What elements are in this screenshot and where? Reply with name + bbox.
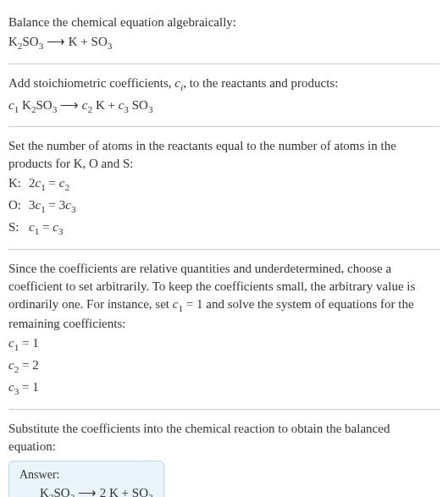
val: = 2: [19, 358, 38, 372]
intro-text: Balance the chemical equation algebraica…: [8, 14, 440, 31]
divider: [8, 409, 440, 410]
elem-label: O:: [8, 196, 29, 214]
val: = 1: [19, 336, 38, 350]
sub: 3: [148, 104, 153, 114]
atom-eq-o: O: 3c1 = 3c3: [8, 196, 440, 217]
species: K: [19, 98, 31, 112]
species: 2 K + SO: [100, 486, 148, 498]
intro-equation: K2SO3 ⟶ K + SO3: [8, 33, 440, 53]
coef: c: [82, 98, 88, 112]
species: SO: [53, 486, 69, 498]
step2-text: Set the number of atoms in the reactants…: [8, 137, 440, 173]
eq: =: [39, 220, 53, 234]
answer-equation: K2SO3 ⟶ 2 K + SO3: [19, 485, 153, 498]
coef-sub: 3: [58, 226, 64, 236]
coef-result-1: c1 = 1: [8, 334, 440, 355]
elem-label: K:: [8, 174, 29, 192]
step4-text: Substitute the coefficients into the che…: [8, 420, 440, 456]
species: SO: [129, 98, 148, 112]
coef: c: [8, 98, 14, 112]
divider: [8, 126, 440, 127]
step3-text: Since the coefficients are relative quan…: [8, 260, 440, 334]
species: SO: [36, 98, 53, 112]
eq-lhs2: SO: [22, 35, 38, 48]
step2-section: Set the number of atoms in the reactants…: [8, 130, 440, 245]
atom-eq-s: S: c1 = c3: [8, 218, 440, 239]
coef: c: [8, 336, 14, 350]
coef-result-3: c3 = 1: [8, 378, 440, 399]
divider: [8, 249, 440, 250]
coef: c: [53, 220, 58, 234]
coef-sub: 3: [71, 204, 76, 214]
coef: c: [29, 220, 35, 234]
elem-label: S:: [8, 218, 29, 236]
num: 3: [29, 198, 36, 212]
coef: c: [8, 380, 14, 394]
text: , to the reactants and products:: [183, 76, 338, 90]
species: K: [40, 486, 49, 498]
num: 2: [29, 176, 36, 190]
step3-section: Since the coefficients are relative quan…: [8, 253, 440, 406]
val: = 1: [19, 380, 38, 394]
eq-arrow: ⟶: [43, 35, 69, 48]
eq-lhs: K: [8, 35, 18, 48]
divider: [8, 64, 440, 64]
answer-label: Answer:: [19, 468, 153, 482]
coef-result-2: c2 = 2: [8, 356, 440, 377]
step1-equation: c1 K2SO3 ⟶ c2 K + c3 SO3: [8, 97, 440, 117]
answer-box: Answer: K2SO3 ⟶ 2 K + SO3: [8, 461, 164, 498]
coef: c: [65, 198, 71, 212]
species: K +: [92, 98, 119, 112]
arrow: ⟶: [75, 486, 100, 498]
eq-rhs: K + SO: [69, 35, 108, 48]
step1-section: Add stoichiometric coefficients, ci, to …: [8, 68, 440, 124]
arrow: ⟶: [57, 98, 82, 112]
coef-sub: 2: [64, 182, 69, 192]
eq: = 3: [46, 198, 65, 212]
step1-text: Add stoichiometric coefficients, ci, to …: [8, 75, 440, 95]
eq: =: [46, 176, 59, 190]
eq-sub: 3: [108, 41, 113, 51]
coef: c: [8, 358, 14, 372]
sub: 3: [148, 492, 153, 498]
text: Add stoichiometric coefficients,: [8, 76, 174, 90]
var-c: c: [174, 76, 180, 90]
step4-section: Substitute the coefficients into the che…: [8, 413, 440, 498]
atom-eq-k: K: 2c1 = c2: [8, 174, 440, 195]
intro-section: Balance the chemical equation algebraica…: [8, 7, 440, 60]
